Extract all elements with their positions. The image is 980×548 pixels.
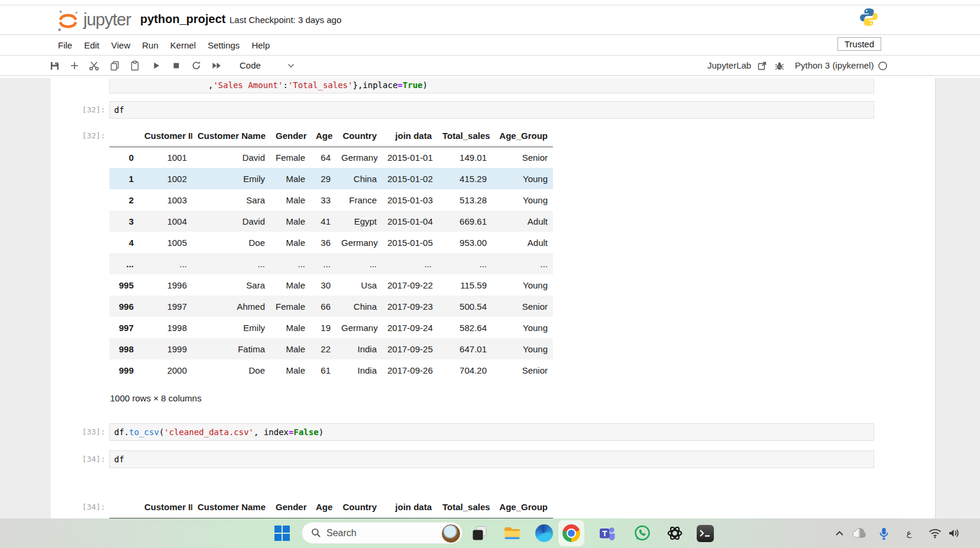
restart-run-all-button[interactable] xyxy=(209,56,224,76)
menu-edit[interactable]: Edit xyxy=(84,40,99,50)
cut-cell-button[interactable] xyxy=(87,56,101,76)
kernel-name[interactable]: Python 3 (ipykernel) xyxy=(795,56,874,76)
insert-cell-button[interactable] xyxy=(67,56,82,76)
edge-browser-icon[interactable] xyxy=(535,524,553,542)
run-cell-button[interactable] xyxy=(149,56,163,76)
language-indicator[interactable]: ع xyxy=(903,524,916,542)
jupyter-logo-text: jupyter xyxy=(83,10,131,30)
menu-run[interactable]: Run xyxy=(142,40,159,50)
menu-view[interactable]: View xyxy=(111,40,130,50)
notebook-header: jupyter python_project Last Checkpoint: … xyxy=(0,5,980,35)
search-highlight-image[interactable] xyxy=(442,524,460,543)
column-header: join data xyxy=(382,125,437,147)
output-prompt: [34]: xyxy=(63,497,105,518)
column-header: Gender xyxy=(270,497,311,518)
window-top-strip xyxy=(0,0,980,5)
task-view-button[interactable] xyxy=(471,524,489,542)
notebook-page: ,'Sales Amount':'Total_sales'},inplace=T… xyxy=(51,78,936,518)
start-button[interactable] xyxy=(273,524,291,542)
table-row: 9961997AhmedFemale66China2017-09-23500.5… xyxy=(109,296,553,317)
column-header: Customer Name xyxy=(192,125,270,147)
checkpoint-status: Last Checkpoint: 3 days ago xyxy=(229,15,341,25)
code-cell-input[interactable]: df xyxy=(109,450,874,468)
restart-kernel-button[interactable] xyxy=(189,56,203,76)
notebook-scroll-area[interactable]: ,'Sales Amount':'Total_sales'},inplace=T… xyxy=(0,78,980,518)
debugger-bug-icon[interactable] xyxy=(772,56,787,76)
column-header: Gender xyxy=(270,125,311,147)
table-row: 21003SaraMale33France2015-01-03513.28You… xyxy=(109,189,553,210)
menu-settings[interactable]: Settings xyxy=(208,40,240,50)
jupyterlab-link[interactable]: JupyterLab xyxy=(707,56,751,76)
tray-chevron-up-icon[interactable] xyxy=(833,524,846,542)
column-header: Age xyxy=(311,125,336,147)
menubar: FileEditViewRunKernelSettingsHelpTrusted xyxy=(0,35,980,56)
chevron-down-icon[interactable] xyxy=(284,56,298,76)
table-row: 31004DavidMale41Egypt2015-01-04669.61Adu… xyxy=(109,210,553,232)
python-logo-icon xyxy=(859,7,879,30)
chatgpt-icon[interactable] xyxy=(666,524,684,542)
external-link-icon[interactable] xyxy=(755,56,769,76)
column-header xyxy=(109,497,139,518)
windows-taskbar: Search xyxy=(0,518,980,548)
column-header: Total_sales xyxy=(437,125,492,147)
search-icon xyxy=(311,528,321,538)
menu-file[interactable]: File xyxy=(58,40,72,50)
column-header: Age_Group xyxy=(492,497,553,518)
column-header: Customer Name xyxy=(192,497,270,518)
code-cell-input[interactable]: ,'Sales Amount':'Total_sales'},inplace=T… xyxy=(109,78,874,93)
search-input[interactable]: Search xyxy=(302,522,462,544)
speaker-icon[interactable] xyxy=(946,524,962,542)
code-cell-input[interactable]: df xyxy=(109,101,874,119)
paste-cell-button[interactable] xyxy=(128,56,142,76)
menu-kernel[interactable]: Kernel xyxy=(170,40,196,50)
wifi-icon[interactable] xyxy=(927,524,943,542)
toolbar: Code JupyterLab Python 3 (ipykernel) xyxy=(0,56,980,76)
copy-cell-button[interactable] xyxy=(108,56,122,76)
file-explorer-icon[interactable] xyxy=(503,524,521,542)
whatsapp-icon[interactable] xyxy=(633,524,651,542)
table-header-row: Customer IDCustomer NameGenderAgeCountry… xyxy=(109,497,553,518)
code-cell-input[interactable]: df.to_csv('cleaned_data.csv', index=Fals… xyxy=(109,423,874,441)
table-header-row: Customer IDCustomer NameGenderAgeCountry… xyxy=(109,125,553,147)
input-prompt: [34]: xyxy=(63,450,105,468)
table-row: 9981999FatimaMale22India2017-09-25647.01… xyxy=(109,338,553,359)
output-prompt: [32]: xyxy=(63,125,105,147)
menu-help[interactable]: Help xyxy=(251,40,270,50)
table-row: 11002EmilyMale29China2015-01-02415.29You… xyxy=(109,168,553,189)
onedrive-icon[interactable] xyxy=(850,524,868,542)
kernel-status-icon xyxy=(875,56,890,76)
table-row: ........................... xyxy=(109,253,553,274)
teams-icon[interactable] xyxy=(599,524,616,542)
column-header: Age_Group xyxy=(492,125,553,147)
column-header: join data xyxy=(382,497,437,518)
chrome-browser-icon[interactable] xyxy=(562,524,580,542)
search-placeholder: Search xyxy=(326,528,357,539)
microphone-icon[interactable] xyxy=(876,524,891,542)
column-header: Customer ID xyxy=(139,497,192,518)
terminal-icon[interactable] xyxy=(696,524,714,542)
table-row: 01001DavidFemale64Germany2015-01-01149.0… xyxy=(109,147,553,168)
table-row: 41005DoeMale36Germany2015-01-05953.00Adu… xyxy=(109,232,553,253)
cell-type-dropdown[interactable]: Code xyxy=(240,56,261,76)
dataframe-output: Customer IDCustomer NameGenderAgeCountry… xyxy=(109,125,553,381)
column-header: Customer ID xyxy=(139,125,192,147)
save-button[interactable] xyxy=(47,56,62,76)
interrupt-kernel-button[interactable] xyxy=(169,56,183,76)
jupyter-logo-icon[interactable] xyxy=(56,8,80,35)
column-header: Country xyxy=(336,497,382,518)
dataframe-output-partial: Customer IDCustomer NameGenderAgeCountry… xyxy=(109,497,553,518)
column-header xyxy=(109,125,139,147)
dataframe-summary: 1000 rows × 8 columns xyxy=(110,393,202,404)
table-row: 9951996SaraMale30Usa2017-09-22115.59Youn… xyxy=(109,274,553,296)
table-row: 9971998EmilyMale19Germany2017-09-24582.6… xyxy=(109,317,553,338)
input-prompt: [33]: xyxy=(63,423,105,441)
column-header: Age xyxy=(311,497,336,518)
column-header: Country xyxy=(336,125,382,147)
chrome-active-highlight[interactable] xyxy=(558,520,584,546)
column-header: Total_sales xyxy=(437,497,492,518)
trusted-badge[interactable]: Trusted xyxy=(837,37,881,51)
input-prompt: [32]: xyxy=(63,101,105,119)
table-row: 9992000DoeMale61India2017-09-26704.20Sen… xyxy=(109,359,553,381)
notebook-title[interactable]: python_project xyxy=(140,12,225,26)
